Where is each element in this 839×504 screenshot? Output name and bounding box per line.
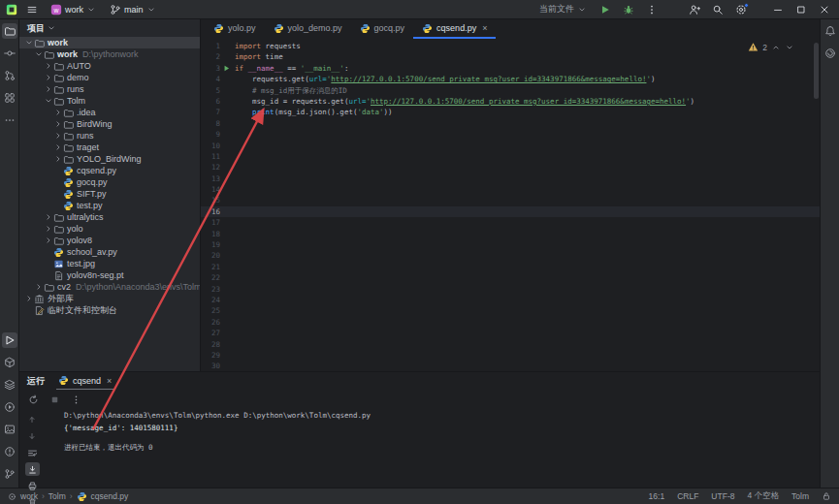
python-packages-icon[interactable] bbox=[2, 355, 17, 370]
chevron-right-icon[interactable] bbox=[53, 142, 63, 152]
code-line-26[interactable]: 26 bbox=[201, 317, 820, 328]
run-config-selector[interactable]: 当前文件 bbox=[535, 2, 591, 16]
tree-item-cqsend.py[interactable]: cqsend.py bbox=[19, 165, 200, 176]
code-line-27[interactable]: 27 bbox=[201, 328, 820, 338]
status-item[interactable]: 4 个空格 bbox=[747, 490, 779, 502]
clear-icon[interactable] bbox=[25, 495, 40, 504]
chevron-down-icon[interactable] bbox=[47, 23, 56, 33]
run-button[interactable] bbox=[597, 2, 614, 17]
search-everywhere-icon[interactable] bbox=[709, 2, 726, 17]
code-line-23[interactable]: 23 bbox=[201, 284, 820, 295]
chevron-right-icon[interactable] bbox=[53, 108, 63, 117]
code-line-15[interactable]: 15 bbox=[201, 195, 820, 205]
tree-item-YOLO_BirdWing[interactable]: YOLO_BirdWing bbox=[19, 153, 200, 165]
structure-tool-icon[interactable] bbox=[2, 90, 17, 106]
code-line-4[interactable]: 4 requests.get(url='http://127.0.0.1:570… bbox=[201, 74, 820, 84]
notifications-icon[interactable] bbox=[823, 23, 838, 39]
editor-tab-cqsend.py[interactable]: cqsend.py× bbox=[413, 19, 496, 39]
chevron-right-icon[interactable] bbox=[44, 61, 53, 71]
chevron-down-icon[interactable] bbox=[34, 49, 44, 59]
close-icon[interactable]: × bbox=[107, 376, 112, 386]
editor-tab-yolo_demo.py[interactable]: yolo_demo.py bbox=[265, 19, 351, 39]
chevron-down-icon[interactable] bbox=[44, 96, 53, 106]
code-line-19[interactable]: 19 bbox=[201, 239, 820, 250]
debug-button[interactable] bbox=[620, 2, 637, 17]
code-line-28[interactable]: 28 bbox=[201, 339, 820, 350]
tree-item-work[interactable]: work bbox=[19, 37, 200, 48]
sciview-icon[interactable] bbox=[2, 422, 17, 437]
next-problem-icon[interactable] bbox=[785, 43, 794, 52]
tree-item-外部库[interactable]: 外部库 bbox=[19, 293, 200, 304]
more-options-icon[interactable] bbox=[69, 393, 83, 406]
ai-assistant-icon[interactable] bbox=[823, 46, 838, 61]
status-item[interactable]: UTF-8 bbox=[711, 491, 734, 501]
code-area[interactable]: 2 1import requests2import time3if __name… bbox=[201, 39, 820, 371]
tree-item-school_av.py[interactable]: school_av.py bbox=[19, 246, 200, 258]
tree-item-test.jpg[interactable]: test.jpg bbox=[19, 258, 200, 269]
tree-item-traget[interactable]: traget bbox=[19, 142, 200, 153]
problems-icon[interactable] bbox=[2, 444, 17, 459]
services-icon[interactable] bbox=[2, 399, 17, 415]
tree-item-yolov8n-seg.pt[interactable]: yolov8n-seg.pt bbox=[19, 269, 200, 281]
editor-tab-yolo.py[interactable]: yolo.py bbox=[205, 19, 265, 39]
code-line-9[interactable]: 9 bbox=[201, 129, 820, 140]
code-line-16[interactable]: 16 bbox=[201, 206, 820, 217]
code-line-24[interactable]: 24 bbox=[201, 295, 820, 305]
close-button[interactable] bbox=[816, 2, 833, 17]
more-tools-icon[interactable] bbox=[2, 112, 17, 128]
down-icon[interactable] bbox=[25, 429, 40, 443]
tree-item-.idea[interactable]: .idea bbox=[19, 107, 200, 118]
tree-item-runs[interactable]: runs bbox=[19, 83, 200, 95]
more-actions-icon[interactable] bbox=[643, 2, 661, 17]
chevron-right-icon[interactable] bbox=[53, 131, 63, 141]
code-line-30[interactable]: 30 bbox=[201, 361, 820, 371]
tree-item-yolov8[interactable]: yolov8 bbox=[19, 235, 200, 246]
python-console-icon[interactable] bbox=[2, 377, 17, 393]
chevron-right-icon[interactable] bbox=[53, 154, 63, 164]
run-line-icon[interactable] bbox=[220, 63, 233, 74]
code-line-11[interactable]: 11 bbox=[201, 151, 820, 162]
status-item[interactable]: CRLF bbox=[677, 491, 698, 501]
chevron-right-icon[interactable] bbox=[44, 224, 53, 234]
tree-item-demo[interactable]: demo bbox=[19, 72, 200, 83]
project-tool-icon[interactable] bbox=[2, 23, 17, 39]
scroll-to-end-icon[interactable] bbox=[25, 462, 40, 476]
chevron-right-icon[interactable] bbox=[24, 294, 34, 303]
lock-icon[interactable] bbox=[822, 491, 831, 501]
code-line-22[interactable]: 22 bbox=[201, 272, 820, 283]
code-line-13[interactable]: 13 bbox=[201, 173, 820, 184]
tree-item-SIFT.py[interactable]: SIFT.py bbox=[19, 188, 200, 200]
editor[interactable]: yolo.pyyolo_demo.pygocq.pycqsend.py× 2 1… bbox=[201, 19, 820, 371]
code-line-21[interactable]: 21 bbox=[201, 262, 820, 272]
prev-problem-icon[interactable] bbox=[771, 43, 781, 52]
code-line-1[interactable]: 1import requests bbox=[201, 41, 820, 51]
tree-item-test.py[interactable]: test.py bbox=[19, 200, 200, 211]
code-line-3[interactable]: 3if __name__ == '__main__': bbox=[201, 63, 820, 74]
project-widget[interactable]: w work bbox=[47, 3, 100, 16]
editor-tab-gocq.py[interactable]: gocq.py bbox=[351, 19, 414, 39]
run-tool-icon[interactable] bbox=[2, 332, 17, 348]
main-menu-icon[interactable] bbox=[23, 2, 41, 17]
close-icon[interactable]: × bbox=[482, 23, 487, 33]
chevron-right-icon[interactable] bbox=[34, 282, 44, 292]
commit-tool-icon[interactable] bbox=[2, 46, 17, 61]
tree-item-gocq.py[interactable]: gocq.py bbox=[19, 176, 200, 188]
code-line-7[interactable]: 7 print(msg_id.json().get('data')) bbox=[201, 107, 820, 117]
inspection-widget[interactable]: 2 bbox=[748, 42, 794, 52]
status-item[interactable]: Tolm bbox=[791, 491, 809, 501]
chevron-right-icon[interactable] bbox=[44, 73, 53, 82]
code-line-5[interactable]: 5 # msg_id用于保存消息的ID bbox=[201, 85, 820, 96]
code-line-2[interactable]: 2import time bbox=[201, 51, 820, 62]
rerun-icon[interactable] bbox=[26, 393, 41, 406]
version-control-icon[interactable] bbox=[2, 466, 17, 482]
code-with-me-icon[interactable] bbox=[686, 2, 703, 17]
code-line-17[interactable]: 17 bbox=[201, 217, 820, 228]
code-line-10[interactable]: 10 bbox=[201, 141, 820, 151]
chevron-right-icon[interactable] bbox=[44, 212, 53, 222]
code-line-25[interactable]: 25 bbox=[201, 305, 820, 316]
code-line-18[interactable]: 18 bbox=[201, 229, 820, 239]
tree-item-Tolm[interactable]: Tolm bbox=[19, 95, 200, 107]
chevron-right-icon[interactable] bbox=[44, 84, 53, 94]
pull-requests-tool-icon[interactable] bbox=[2, 68, 17, 83]
code-line-8[interactable]: 8 bbox=[201, 118, 820, 129]
